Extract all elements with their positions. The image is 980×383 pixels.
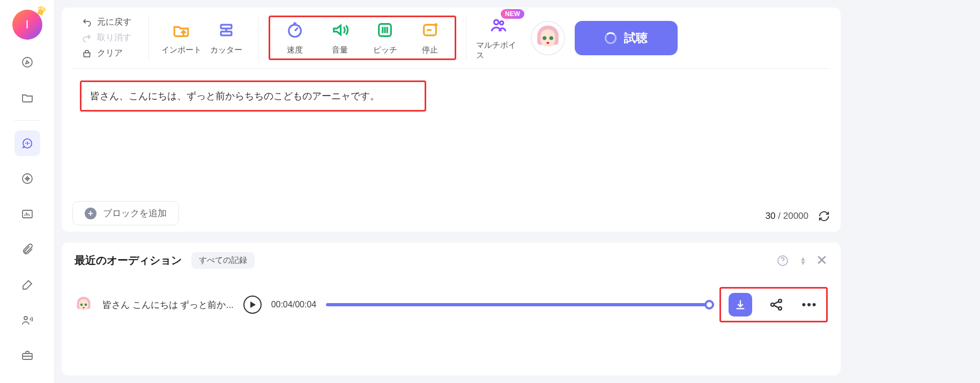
sidebar-compass[interactable]: [14, 49, 40, 75]
sidebar: I ♛: [0, 0, 55, 383]
clear-label: クリア: [97, 48, 123, 59]
undo-icon: [82, 18, 92, 27]
svg-point-19: [85, 304, 87, 306]
item-actions: •••: [719, 287, 828, 322]
refresh-button[interactable]: [818, 210, 830, 222]
count-max: 20000: [783, 211, 808, 221]
help-button[interactable]: [775, 253, 790, 268]
clear-button[interactable]: クリア: [82, 48, 131, 59]
more-button[interactable]: •••: [800, 296, 819, 314]
volume-button[interactable]: 音量: [317, 20, 362, 55]
editor-card: 元に戻す 取り消す クリア インポート: [62, 8, 841, 232]
volume-label: 音量: [332, 45, 348, 55]
main: 元に戻す 取り消す クリア インポート: [62, 0, 841, 383]
svg-point-14: [550, 36, 553, 40]
close-button[interactable]: ✕: [816, 252, 828, 269]
svg-rect-5: [221, 25, 232, 28]
highlighted-controls: 速度 音量 ピッチ 停止: [269, 16, 456, 60]
sidebar-attachment[interactable]: [14, 237, 40, 262]
stop-label: 停止: [422, 45, 438, 55]
add-block-button[interactable]: + ブロックを追加: [72, 201, 179, 225]
import-icon: [172, 20, 191, 40]
speed-icon: [285, 20, 305, 40]
pitch-label: ピッチ: [373, 45, 397, 55]
svg-point-18: [80, 304, 83, 306]
svg-point-10: [435, 23, 438, 26]
voice-group: NEW マルチボイス 試聴: [466, 8, 687, 68]
svg-point-17: [782, 263, 783, 264]
undo-label: 元に戻す: [97, 17, 131, 28]
cutter-button[interactable]: カッター: [204, 20, 249, 55]
sidebar-mic-edit[interactable]: [14, 272, 40, 298]
listen-button[interactable]: 試聴: [575, 21, 678, 55]
audition-title: 最近のオーディション: [75, 253, 182, 268]
pitch-button[interactable]: ピッチ: [362, 20, 407, 55]
progress-knob[interactable]: [704, 300, 714, 310]
voice-avatar[interactable]: [531, 21, 565, 55]
character-face-icon: [533, 24, 562, 53]
history-group: 元に戻す 取り消す クリア: [72, 8, 149, 68]
svg-point-3: [24, 316, 27, 320]
text-block[interactable]: 皆さん、こんにちは、ずっと前からちちのこどものアーニャです。: [80, 80, 426, 112]
pitch-icon: [375, 20, 395, 40]
clear-icon: [82, 49, 92, 58]
sidebar-divider: [14, 120, 41, 121]
char-count: 30 / 20000: [766, 210, 830, 222]
audition-tab-all[interactable]: すべての記録: [191, 252, 255, 269]
redo-label: 取り消す: [97, 32, 131, 43]
import-button[interactable]: インポート: [159, 20, 204, 55]
share-button[interactable]: [767, 296, 785, 314]
audition-header: 最近のオーディション すべての記録 ▲▼ ✕: [75, 252, 828, 269]
speed-label: 速度: [287, 45, 303, 55]
sidebar-user-voice[interactable]: [14, 307, 40, 333]
svg-point-12: [500, 21, 503, 25]
sidebar-folder[interactable]: [14, 85, 40, 111]
progress-bar[interactable]: [326, 303, 710, 306]
new-badge: NEW: [501, 9, 524, 19]
svg-point-20: [83, 307, 84, 308]
count-current: 30: [766, 211, 776, 221]
sort-button[interactable]: ▲▼: [800, 256, 806, 265]
listen-label: 試聴: [624, 30, 648, 46]
svg-point-15: [546, 42, 549, 44]
item-text: 皆さん こんにちは ずっと前か...: [102, 299, 234, 311]
play-button[interactable]: [243, 296, 262, 314]
user-avatar[interactable]: I ♛: [12, 10, 42, 40]
volume-icon: [330, 20, 350, 40]
speed-button[interactable]: 速度: [272, 20, 317, 55]
plus-icon: +: [85, 208, 96, 219]
redo-button: 取り消す: [82, 32, 131, 43]
multivoice-button[interactable]: NEW マルチボイス: [476, 16, 521, 61]
cutter-icon: [217, 20, 236, 40]
svg-point-13: [543, 36, 546, 40]
item-time: 00:04/00:04: [271, 300, 317, 310]
sidebar-voice-wave[interactable]: [14, 166, 40, 192]
multivoice-label: マルチボイス: [476, 40, 521, 61]
sidebar-voice-chat[interactable]: [14, 130, 40, 156]
svg-point-0: [23, 57, 32, 67]
item-face-icon: [75, 296, 93, 314]
undo-button[interactable]: 元に戻す: [82, 17, 131, 28]
add-block-label: ブロックを追加: [103, 207, 167, 219]
sidebar-briefcase[interactable]: [14, 343, 40, 369]
stop-icon: [420, 20, 440, 40]
audition-item: 皆さん こんにちは ずっと前か... 00:04/00:04 •••: [75, 287, 828, 322]
text-content: 皆さん、こんにちは、ずっと前からちちのこどものアーニャです。: [90, 91, 380, 101]
spinner-icon: [605, 32, 617, 44]
svg-rect-2: [23, 210, 32, 218]
audition-card: 最近のオーディション すべての記録 ▲▼ ✕ 皆さん こんにちは ずっと前か..…: [62, 242, 841, 375]
sidebar-subtitle[interactable]: [14, 201, 40, 227]
stop-button[interactable]: 停止: [407, 20, 452, 55]
cutter-label: カッター: [210, 45, 242, 55]
toolbar: 元に戻す 取り消す クリア インポート: [72, 8, 830, 69]
redo-icon: [82, 33, 92, 43]
svg-point-11: [494, 20, 499, 25]
svg-rect-6: [221, 32, 232, 35]
file-group: インポート カッター: [149, 8, 258, 68]
user-initial: I: [25, 18, 28, 32]
import-label: インポート: [161, 45, 202, 55]
download-button[interactable]: [729, 293, 752, 316]
audio-params-group: 速度 音量 ピッチ 停止: [259, 8, 466, 68]
